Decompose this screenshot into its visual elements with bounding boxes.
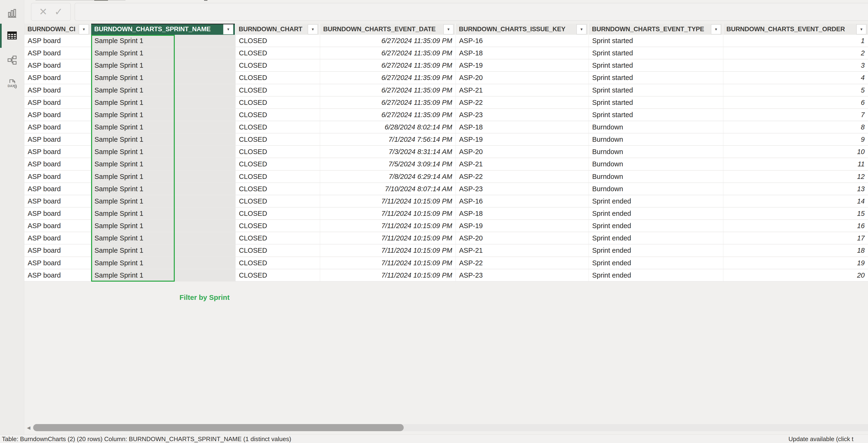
cell-event-type[interactable]: Sprint started xyxy=(589,84,723,97)
cell-event-date[interactable]: 7/11/2024 10:15:09 PM xyxy=(320,220,456,232)
filter-dropdown-icon[interactable]: ▼ xyxy=(711,24,721,34)
filter-dropdown-icon[interactable]: ▼ xyxy=(223,24,233,34)
cell-event-date[interactable]: 7/3/2024 8:31:14 AM xyxy=(320,146,456,158)
cell-issue-key[interactable]: ASP-16 xyxy=(456,195,589,208)
cell-event-type[interactable]: Burndown xyxy=(589,133,723,146)
cell-sprint-name[interactable]: Sample Sprint 1 xyxy=(91,170,236,183)
update-available-link[interactable]: Update available (click t xyxy=(788,436,854,443)
column-header-sprint-name[interactable]: BURNDOWN_CHARTS_SPRINT_NAME ▼ xyxy=(91,24,236,35)
cell-status[interactable]: CLOSED xyxy=(236,97,320,109)
cell-event-date[interactable]: 6/27/2024 11:35:09 PM xyxy=(320,47,456,59)
cell-issue-key[interactable]: ASP-21 xyxy=(456,158,589,170)
filter-dropdown-icon[interactable]: ▼ xyxy=(308,24,318,34)
cell-status[interactable]: CLOSED xyxy=(236,195,320,208)
cell-event-date[interactable]: 7/11/2024 10:15:09 PM xyxy=(320,208,456,220)
cell-board[interactable]: ASP board xyxy=(24,109,91,121)
sidebar-item-model-view[interactable] xyxy=(0,50,24,71)
cell-event-date[interactable]: 7/10/2024 8:07:14 AM xyxy=(320,183,456,195)
cell-event-date[interactable]: 7/11/2024 10:15:09 PM xyxy=(320,257,456,269)
cell-sprint-name[interactable]: Sample Sprint 1 xyxy=(91,158,236,170)
cell-event-order[interactable]: 2 xyxy=(723,47,868,59)
cell-event-date[interactable]: 6/27/2024 11:35:09 PM xyxy=(320,84,456,97)
cell-issue-key[interactable]: ASP-22 xyxy=(456,170,589,183)
cell-sprint-name[interactable]: Sample Sprint 1 xyxy=(91,109,236,121)
cell-event-date[interactable]: 7/11/2024 10:15:09 PM xyxy=(320,195,456,208)
cell-issue-key[interactable]: ASP-19 xyxy=(456,133,589,146)
cell-issue-key[interactable]: ASP-23 xyxy=(456,269,589,282)
cell-status[interactable]: CLOSED xyxy=(236,269,320,282)
cell-event-type[interactable]: Sprint started xyxy=(589,35,723,47)
cell-event-order[interactable]: 3 xyxy=(723,59,868,72)
column-header-event-type[interactable]: BURNDOWN_CHARTS_EVENT_TYPE ▼ xyxy=(589,24,723,35)
cell-board[interactable]: ASP board xyxy=(24,84,91,97)
cell-event-date[interactable]: 6/27/2024 11:35:09 PM xyxy=(320,59,456,72)
cell-sprint-name[interactable]: Sample Sprint 1 xyxy=(91,47,236,59)
cell-issue-key[interactable]: ASP-20 xyxy=(456,232,589,245)
cell-event-type[interactable]: Sprint ended xyxy=(589,257,723,269)
cell-event-date[interactable]: 7/11/2024 10:15:09 PM xyxy=(320,269,456,282)
cell-sprint-name[interactable]: Sample Sprint 1 xyxy=(91,59,236,72)
cell-event-order[interactable]: 18 xyxy=(723,245,868,257)
cell-event-order[interactable]: 8 xyxy=(723,121,868,133)
cell-status[interactable]: CLOSED xyxy=(236,232,320,245)
cell-sprint-name[interactable]: Sample Sprint 1 xyxy=(91,269,236,282)
cell-event-order[interactable]: 20 xyxy=(723,269,868,282)
cell-issue-key[interactable]: ASP-22 xyxy=(456,97,589,109)
cell-status[interactable]: CLOSED xyxy=(236,47,320,59)
cell-board[interactable]: ASP board xyxy=(24,195,91,208)
cell-issue-key[interactable]: ASP-18 xyxy=(456,121,589,133)
cell-issue-key[interactable]: ASP-20 xyxy=(456,72,589,84)
cell-event-date[interactable]: 7/5/2024 3:09:14 PM xyxy=(320,158,456,170)
cell-event-order[interactable]: 13 xyxy=(723,183,868,195)
cell-event-order[interactable]: 9 xyxy=(723,133,868,146)
cell-event-type[interactable]: Sprint ended xyxy=(589,232,723,245)
cell-sprint-name[interactable]: Sample Sprint 1 xyxy=(91,257,236,269)
cell-board[interactable]: ASP board xyxy=(24,220,91,232)
cell-status[interactable]: CLOSED xyxy=(236,208,320,220)
filter-dropdown-icon[interactable]: ▼ xyxy=(79,24,89,34)
cell-sprint-name[interactable]: Sample Sprint 1 xyxy=(91,208,236,220)
cell-board[interactable]: ASP board xyxy=(24,158,91,170)
cell-event-type[interactable]: Sprint started xyxy=(589,72,723,84)
commit-icon[interactable]: ✓ xyxy=(55,7,63,17)
cell-status[interactable]: CLOSED xyxy=(236,121,320,133)
cell-event-type[interactable]: Burndown xyxy=(589,183,723,195)
cell-event-type[interactable]: Sprint started xyxy=(589,97,723,109)
cell-event-type[interactable]: Burndown xyxy=(589,121,723,133)
cell-board[interactable]: ASP board xyxy=(24,232,91,245)
cell-event-order[interactable]: 4 xyxy=(723,72,868,84)
cell-event-order[interactable]: 11 xyxy=(723,158,868,170)
cell-event-date[interactable]: 7/1/2024 7:56:14 PM xyxy=(320,133,456,146)
cell-event-date[interactable]: 6/27/2024 11:35:09 PM xyxy=(320,72,456,84)
cell-issue-key[interactable]: ASP-23 xyxy=(456,109,589,121)
cell-board[interactable]: ASP board xyxy=(24,257,91,269)
cell-event-type[interactable]: Sprint ended xyxy=(589,245,723,257)
cell-event-date[interactable]: 6/28/2024 8:02:14 PM xyxy=(320,121,456,133)
cell-board[interactable]: ASP board xyxy=(24,47,91,59)
column-header-event-date[interactable]: BURNDOWN_CHARTS_EVENT_DATE ▼ xyxy=(320,24,456,35)
cell-sprint-name[interactable]: Sample Sprint 1 xyxy=(91,146,236,158)
cell-board[interactable]: ASP board xyxy=(24,245,91,257)
cell-event-order[interactable]: 5 xyxy=(723,84,868,97)
cell-event-order[interactable]: 17 xyxy=(723,232,868,245)
cell-board[interactable]: ASP board xyxy=(24,146,91,158)
cell-status[interactable]: CLOSED xyxy=(236,84,320,97)
cell-event-type[interactable]: Sprint started xyxy=(589,47,723,59)
cell-status[interactable]: CLOSED xyxy=(236,170,320,183)
cell-status[interactable]: CLOSED xyxy=(236,220,320,232)
cell-event-order[interactable]: 14 xyxy=(723,195,868,208)
cell-event-type[interactable]: Sprint ended xyxy=(589,220,723,232)
cell-issue-key[interactable]: ASP-18 xyxy=(456,208,589,220)
scroll-left-icon[interactable]: ◀ xyxy=(25,424,33,431)
cell-board[interactable]: ASP board xyxy=(24,35,91,47)
cell-event-order[interactable]: 15 xyxy=(723,208,868,220)
cell-board[interactable]: ASP board xyxy=(24,269,91,282)
cell-event-date[interactable]: 7/11/2024 10:15:09 PM xyxy=(320,245,456,257)
cell-event-type[interactable]: Burndown xyxy=(589,146,723,158)
cell-sprint-name[interactable]: Sample Sprint 1 xyxy=(91,84,236,97)
cell-event-type[interactable]: Sprint ended xyxy=(589,269,723,282)
cell-event-order[interactable]: 1 xyxy=(723,35,868,47)
cell-board[interactable]: ASP board xyxy=(24,97,91,109)
cell-status[interactable]: CLOSED xyxy=(236,109,320,121)
cell-event-type[interactable]: Burndown xyxy=(589,170,723,183)
